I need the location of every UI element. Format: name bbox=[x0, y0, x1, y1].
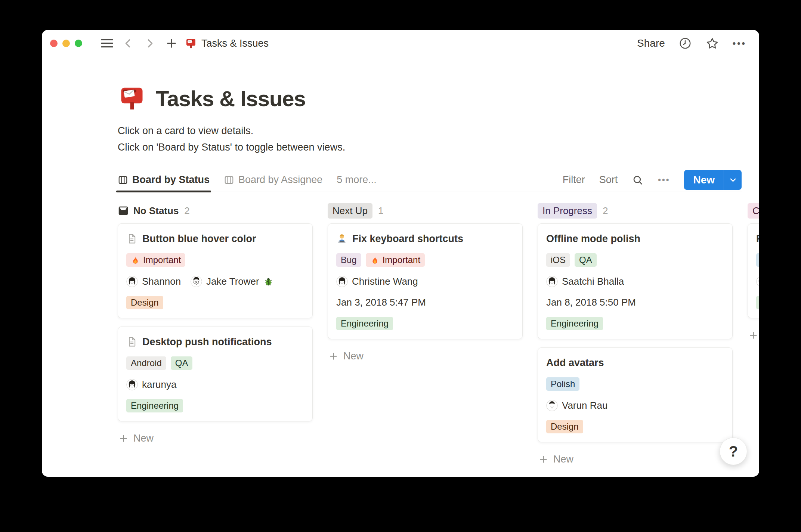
card-assignees: Christine Wang bbox=[336, 275, 514, 288]
card-title: Desktop push notifications bbox=[142, 336, 272, 348]
kanban-card[interactable]: RePE bbox=[748, 223, 759, 318]
column-title-pill: In Progress bbox=[538, 203, 597, 219]
mailbox-icon bbox=[185, 37, 197, 49]
card-assignees: karunya bbox=[126, 378, 304, 391]
kanban-card[interactable]: Fix keyboard shortcutsBugImportantChrist… bbox=[328, 223, 523, 339]
close-button[interactable] bbox=[50, 40, 58, 47]
kanban-card[interactable]: Add avatarsPolishVarun RauDesign bbox=[538, 347, 733, 442]
assignee-name: Christine Wang bbox=[352, 276, 418, 287]
kanban-card[interactable]: Button blue hover colorImportantShannonJ… bbox=[118, 223, 313, 318]
tab-label: Board by Assignee bbox=[238, 174, 322, 186]
add-card-button[interactable]: New bbox=[328, 347, 523, 365]
chevron-down-icon[interactable] bbox=[724, 170, 742, 190]
column-header-no-status[interactable]: No Status2 bbox=[118, 202, 313, 220]
card-bottom-tags: E bbox=[756, 296, 759, 310]
card-assignees: ShannonJake Trower bbox=[126, 275, 304, 288]
tag-label: Design bbox=[551, 421, 579, 432]
window-topbar: Tasks & Issues Share ••• bbox=[42, 30, 759, 57]
clock-icon[interactable] bbox=[678, 37, 692, 50]
card-title-row: Button blue hover color bbox=[126, 232, 304, 245]
description-line: Click on a card to view details. bbox=[118, 123, 759, 139]
help-button[interactable]: ? bbox=[720, 437, 747, 465]
add-card-button[interactable]: New bbox=[118, 430, 313, 447]
tag-design: Design bbox=[126, 296, 163, 309]
view-bar: Board by Status Board by Assignee 5 more… bbox=[118, 168, 742, 192]
page-mailbox-icon[interactable] bbox=[118, 84, 146, 112]
back-button[interactable] bbox=[121, 37, 135, 50]
board-column-no-status: No Status2Button blue hover colorImporta… bbox=[118, 202, 313, 447]
new-button[interactable]: New bbox=[684, 170, 742, 190]
kanban-card[interactable]: Offline mode polishiOSQASaatchi BhallaJa… bbox=[538, 223, 733, 339]
technologist-icon bbox=[336, 233, 347, 244]
card-assignees: Varun Rau bbox=[546, 399, 724, 412]
page-icon bbox=[126, 336, 137, 347]
card-bottom-tags: Engineering bbox=[336, 316, 514, 331]
assignee-name: Shannon bbox=[142, 276, 181, 287]
card-tags: AndroidQA bbox=[126, 356, 304, 370]
zoom-button[interactable] bbox=[75, 40, 82, 47]
tag-label: Polish bbox=[551, 379, 575, 389]
card-bottom-tags: Engineering bbox=[546, 316, 724, 331]
star-icon[interactable] bbox=[705, 37, 719, 50]
man-glasses-avatar bbox=[191, 276, 202, 287]
plus-icon bbox=[328, 351, 338, 361]
assignee: Saatchi Bhalla bbox=[546, 276, 624, 287]
sort-button[interactable]: Sort bbox=[599, 174, 618, 186]
card-title-row: Re bbox=[756, 232, 759, 245]
board-column-in-progress: In Progress2Offline mode polishiOSQASaat… bbox=[538, 202, 733, 468]
column-header-in-progress[interactable]: In Progress2 bbox=[538, 202, 733, 220]
tag-ios: iOS bbox=[546, 253, 570, 267]
assignee-name: karunya bbox=[142, 379, 177, 390]
share-button[interactable]: Share bbox=[637, 37, 665, 49]
tag-label: QA bbox=[579, 255, 592, 265]
card-title-row: Fix keyboard shortcuts bbox=[336, 232, 514, 245]
plus-icon bbox=[118, 433, 129, 443]
kanban-board: No Status2Button blue hover colorImporta… bbox=[118, 202, 759, 468]
card-tags: Important bbox=[126, 253, 304, 267]
assignee: Jake Trower bbox=[191, 276, 273, 287]
kanban-card[interactable]: Desktop push notificationsAndroidQAkarun… bbox=[118, 327, 313, 421]
woman-long-hair-avatar bbox=[126, 276, 138, 287]
tag-polish: Polish bbox=[546, 377, 579, 391]
minimize-button[interactable] bbox=[62, 40, 70, 47]
tag-label: Engineering bbox=[131, 400, 179, 411]
tab-board-by-status[interactable]: Board by Status bbox=[118, 168, 210, 192]
card-tags: BugImportant bbox=[336, 253, 514, 267]
tag-label: QA bbox=[175, 358, 188, 368]
column-header-clipped-column[interactable]: C bbox=[748, 202, 759, 220]
new-page-button[interactable] bbox=[165, 37, 178, 50]
column-count: 2 bbox=[184, 205, 189, 217]
card-title: Fix keyboard shortcuts bbox=[352, 233, 463, 245]
more-views-button[interactable]: 5 more... bbox=[337, 174, 377, 186]
tag-engineering: Engineering bbox=[336, 317, 393, 330]
tag-label: iOS bbox=[551, 255, 566, 265]
woman-long-hair-avatar bbox=[126, 379, 138, 390]
tag-label: Bug bbox=[341, 255, 357, 265]
tag-label: Important bbox=[143, 255, 181, 265]
search-icon[interactable] bbox=[632, 174, 644, 186]
plus-icon bbox=[165, 37, 178, 50]
tag-design: Design bbox=[546, 420, 583, 433]
page-header: Tasks & Issues bbox=[118, 81, 759, 112]
more-options-icon[interactable]: ••• bbox=[733, 38, 746, 49]
tab-board-by-assignee[interactable]: Board by Assignee bbox=[224, 168, 322, 192]
window-controls bbox=[50, 40, 82, 47]
forward-button[interactable] bbox=[143, 37, 157, 50]
view-options-icon[interactable]: ••• bbox=[658, 175, 670, 185]
column-header-next-up[interactable]: Next Up1 bbox=[328, 202, 523, 220]
breadcrumb-title: Tasks & Issues bbox=[201, 38, 269, 49]
beetle-icon bbox=[263, 276, 273, 287]
card-bottom-tags: Engineering bbox=[126, 399, 304, 413]
assignee: Shannon bbox=[126, 276, 181, 287]
card-tags: Polish bbox=[546, 377, 724, 391]
tag-qa: QA bbox=[575, 253, 597, 267]
new-button-label[interactable]: New bbox=[684, 170, 724, 190]
filter-button[interactable]: Filter bbox=[563, 174, 585, 186]
column-count: 2 bbox=[603, 205, 608, 217]
sidebar-menu-icon[interactable] bbox=[101, 39, 113, 48]
column-title-pill: C bbox=[748, 203, 759, 219]
breadcrumb[interactable]: Tasks & Issues bbox=[185, 37, 269, 49]
tag-label: Engineering bbox=[341, 318, 389, 329]
add-card-button[interactable]: New bbox=[538, 451, 733, 468]
add-card-button[interactable]: New bbox=[748, 327, 759, 344]
